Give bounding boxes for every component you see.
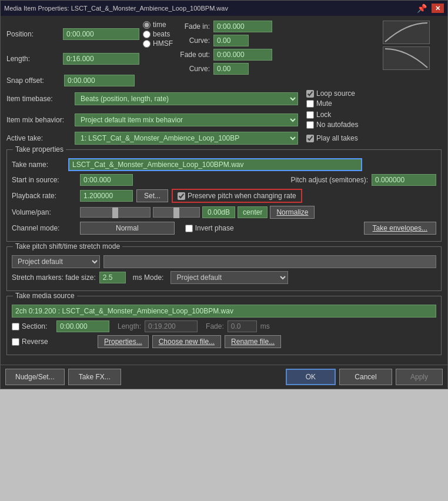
radio-beats-input[interactable] <box>143 31 151 38</box>
mix-behavior-select[interactable]: Project default item mix behavior <box>75 113 298 126</box>
fade-size-input[interactable] <box>99 272 126 283</box>
play-all-takes-label: Play all takes <box>316 134 358 142</box>
set-button[interactable]: Set... <box>136 189 168 202</box>
cancel-button[interactable]: Cancel <box>339 369 392 385</box>
rename-file-button[interactable]: Rename file... <box>225 335 281 348</box>
fade-in-label: Fade in: <box>175 22 210 31</box>
stretch-input[interactable] <box>103 255 436 268</box>
take-properties-inner: Take name: Start in source: Pitch adjust… <box>12 158 436 235</box>
radio-hmsf[interactable]: HMSF <box>143 39 173 48</box>
radio-hmsf-input[interactable] <box>143 40 151 48</box>
fade-in-curve-input[interactable] <box>213 35 249 46</box>
length-label: Length: <box>118 322 141 330</box>
center-button[interactable]: center <box>238 206 268 218</box>
section-check[interactable]: Section: <box>12 322 53 330</box>
playback-rate-label: Playback rate: <box>12 192 76 200</box>
normalize-button[interactable]: Normalize <box>270 206 315 219</box>
invert-phase-input[interactable] <box>185 225 193 232</box>
timebase-row: Item timebase: Beats (position, length, … <box>6 89 442 108</box>
fade-out-label: Fade out: <box>175 51 210 59</box>
pitch-label: Pitch adjust (semitones): <box>291 176 368 184</box>
lock-input[interactable] <box>306 111 314 119</box>
take-properties-label: Take properties <box>13 145 66 153</box>
stretch-mode-select[interactable]: Project default <box>12 255 100 268</box>
mute-check[interactable]: Mute <box>306 99 355 108</box>
fade-out-curve-label: Curve: <box>175 65 210 73</box>
snap-offset-input[interactable] <box>64 75 135 86</box>
take-name-label: Take name: <box>12 161 65 169</box>
pitch-stretch-label: Take pitch shift/time stretch mode <box>13 242 122 250</box>
take-fx-button[interactable]: Take FX... <box>68 369 121 385</box>
fade-in-curve-svg <box>384 22 429 43</box>
length-label: Length: <box>6 55 59 63</box>
lock-check[interactable]: Lock <box>306 111 358 119</box>
position-row: Position: time beats HMSF <box>6 21 171 48</box>
mute-input[interactable] <box>306 100 314 108</box>
volume-slider[interactable] <box>80 207 151 218</box>
invert-phase-check[interactable]: Invert phase <box>185 224 234 232</box>
section-input[interactable] <box>12 323 19 330</box>
nudge-set-button[interactable]: Nudge/Set... <box>5 369 65 385</box>
play-all-takes-check[interactable]: Play all takes <box>306 134 358 142</box>
snap-row: Snap offset: <box>6 75 442 86</box>
radio-beats-label: beats <box>153 30 170 38</box>
section-value-input[interactable] <box>56 320 109 332</box>
pin-button[interactable]: 📌 <box>414 4 429 13</box>
position-input[interactable] <box>63 28 139 40</box>
volume-slider-area: 0.00dB center Normalize <box>80 206 315 219</box>
ok-button[interactable]: OK <box>286 369 336 385</box>
no-autofades-input[interactable] <box>306 121 314 129</box>
fade-input[interactable] <box>228 320 257 332</box>
stretch-mode-row: Project default <box>12 255 436 268</box>
start-source-input[interactable] <box>80 174 133 186</box>
timebase-label: Item timebase: <box>6 95 71 103</box>
fade-in-input[interactable] <box>213 21 272 32</box>
stretch-mode2-select[interactable]: Project default <box>170 271 288 284</box>
loop-source-input[interactable] <box>306 90 314 98</box>
properties-button[interactable]: Properties... <box>98 335 149 348</box>
reverse-check[interactable]: Reverse <box>12 338 59 346</box>
fade-in-thumb[interactable] <box>383 21 430 44</box>
active-take-select[interactable]: 1: LSCT_Cat_&_Monster_Ambience_Loop_100B… <box>75 132 298 145</box>
pan-slider[interactable] <box>153 207 200 218</box>
choose-new-file-button[interactable]: Choose new file... <box>152 335 221 348</box>
loop-source-check[interactable]: Loop source <box>306 89 355 98</box>
right-checkboxes2: Lock No autofades <box>306 111 358 129</box>
playback-rate-input[interactable] <box>80 190 133 202</box>
radio-beats[interactable]: beats <box>143 30 173 38</box>
timebase-select[interactable]: Beats (position, length, rate) <box>75 92 298 105</box>
svg-rect-0 <box>384 22 429 43</box>
take-name-input[interactable] <box>68 158 362 171</box>
pitch-stretch-section: Take pitch shift/time stretch mode Proje… <box>6 246 442 291</box>
playback-row: Playback rate: Set... Preserve pitch whe… <box>12 189 436 203</box>
take-name-row: Take name: <box>12 158 436 171</box>
start-pitch-row: Start in source: Pitch adjust (semitones… <box>12 174 436 186</box>
section-label-text: Section: <box>22 322 47 330</box>
active-take-label: Active take: <box>6 134 71 142</box>
mix-behavior-label: Item mix behavior: <box>6 116 71 124</box>
snap-offset-label: Snap offset: <box>6 76 59 85</box>
length-input[interactable] <box>145 320 198 332</box>
reverse-label: Reverse <box>22 338 48 346</box>
close-button[interactable]: ✕ <box>432 4 444 13</box>
radio-time-input[interactable] <box>143 21 151 29</box>
media-source-section: Take media source Section: Length: Fade:… <box>6 296 442 355</box>
right-checkboxes3: Play all takes <box>306 134 358 142</box>
reverse-input[interactable] <box>12 338 19 346</box>
fade-out-input[interactable] <box>213 49 272 61</box>
fade-out-curve-input[interactable] <box>213 63 249 75</box>
fade-out-thumb[interactable] <box>383 46 430 70</box>
play-all-takes-input[interactable] <box>306 135 314 142</box>
preserve-pitch-label: Preserve pitch when changing rate <box>188 192 296 200</box>
length-input[interactable] <box>63 53 139 65</box>
source-file-input[interactable] <box>12 305 436 318</box>
preserve-pitch-checkbox[interactable] <box>178 192 185 200</box>
db-display: 0.00dB <box>202 206 235 218</box>
channel-normal-button[interactable]: Normal <box>80 222 175 235</box>
pitch-input[interactable] <box>372 174 436 186</box>
no-autofades-check[interactable]: No autofades <box>306 121 358 129</box>
take-envelopes-button[interactable]: Take envelopes... <box>364 222 436 235</box>
apply-button[interactable]: Apply <box>396 369 443 385</box>
volume-slider-thumb <box>112 208 118 218</box>
radio-time[interactable]: time <box>143 21 173 29</box>
